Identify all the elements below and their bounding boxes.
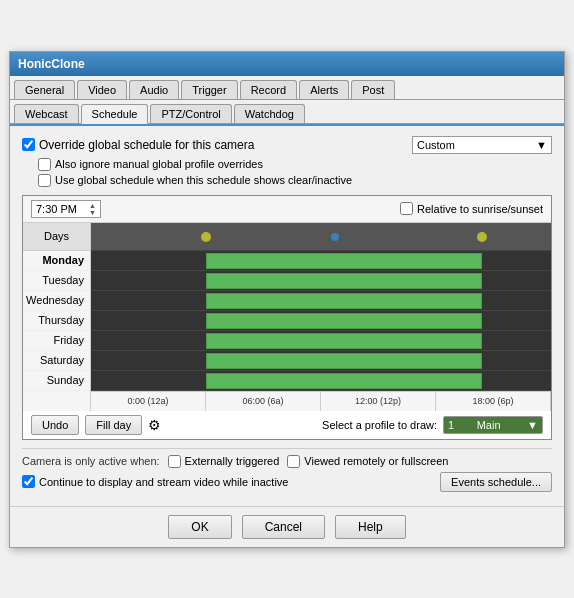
custom-dropdown[interactable]: Custom ▼ — [412, 136, 552, 154]
time-spinner[interactable]: ▲ ▼ — [89, 202, 96, 216]
custom-dropdown-arrow: ▼ — [536, 139, 547, 151]
undo-button[interactable]: Undo — [31, 415, 79, 435]
use-global-checkbox[interactable] — [38, 174, 51, 187]
day-tuesday[interactable]: Tuesday — [23, 271, 90, 291]
also-ignore-checkbox[interactable] — [38, 158, 51, 171]
chart-area[interactable]: 0:00 (12a) 06:00 (6a) 12:00 (12p) 18:00 … — [91, 223, 551, 411]
externally-triggered-checkbox[interactable] — [168, 455, 181, 468]
day-labels-column: Days Monday Tuesday Wednesday Thursday F… — [23, 223, 91, 411]
tick-12: 12:00 (12p) — [321, 392, 436, 411]
schedule-rows — [91, 251, 551, 391]
spin-down[interactable]: ▼ — [89, 209, 96, 216]
relative-sunrise-checkbox[interactable] — [400, 202, 413, 215]
cancel-button[interactable]: Cancel — [242, 515, 325, 539]
row-monday[interactable] — [91, 251, 551, 271]
tab-audio[interactable]: Audio — [129, 80, 179, 99]
row-saturday[interactable] — [91, 351, 551, 371]
tab-webcast[interactable]: Webcast — [14, 104, 79, 123]
time-input-row: 7:30 PM ▲ ▼ Relative to sunrise/sunset — [23, 196, 551, 223]
handle-blue[interactable] — [331, 233, 339, 241]
days-button[interactable]: Days — [23, 223, 90, 251]
row-wednesday[interactable] — [91, 291, 551, 311]
tab-ptz-control[interactable]: PTZ/Control — [150, 104, 231, 123]
tab-row-1: General Video Audio Trigger Record Alert… — [10, 76, 564, 100]
row-thursday[interactable] — [91, 311, 551, 331]
use-global-row: Use global schedule when this schedule s… — [38, 174, 552, 187]
row-tuesday[interactable] — [91, 271, 551, 291]
camera-active-row: Camera is only active when: Externally t… — [22, 455, 552, 468]
window-title: HonicClone — [18, 57, 85, 71]
tab-general[interactable]: General — [14, 80, 75, 99]
separator — [22, 448, 552, 449]
gear-icon[interactable]: ⚙ — [148, 417, 161, 433]
tick-0: 0:00 (12a) — [91, 392, 206, 411]
tick-6: 06:00 (6a) — [206, 392, 321, 411]
row-sunday[interactable] — [91, 371, 551, 391]
continue-checkbox[interactable] — [22, 475, 35, 488]
events-schedule-button[interactable]: Events schedule... — [440, 472, 552, 492]
override-label[interactable]: Override global schedule for this camera — [22, 138, 254, 152]
spin-up[interactable]: ▲ — [89, 202, 96, 209]
chart-header — [91, 223, 551, 251]
viewed-remotely-label[interactable]: Viewed remotely or fullscreen — [287, 455, 448, 468]
help-button[interactable]: Help — [335, 515, 406, 539]
profile-dropdown[interactable]: 1 Main ▼ — [443, 416, 543, 434]
sunrise-label: Relative to sunrise/sunset — [400, 202, 543, 215]
dialog-footer: OK Cancel Help — [10, 506, 564, 547]
tab-trigger[interactable]: Trigger — [181, 80, 237, 99]
continue-label[interactable]: Continue to display and stream video whi… — [22, 475, 288, 488]
tab-record[interactable]: Record — [240, 80, 297, 99]
content-area: Override global schedule for this camera… — [10, 126, 564, 506]
bottom-controls: Undo Fill day ⚙ Select a profile to draw… — [23, 411, 551, 439]
row-friday[interactable] — [91, 331, 551, 351]
day-monday[interactable]: Monday — [23, 251, 90, 271]
tab-video[interactable]: Video — [77, 80, 127, 99]
grid-area: Days Monday Tuesday Wednesday Thursday F… — [23, 223, 551, 411]
day-friday[interactable]: Friday — [23, 331, 90, 351]
handle-right[interactable] — [477, 232, 487, 242]
time-axis: 0:00 (12a) 06:00 (6a) 12:00 (12p) 18:00 … — [91, 391, 551, 411]
title-bar: HonicClone — [10, 52, 564, 76]
profile-number: 1 — [448, 419, 454, 431]
day-sunday[interactable]: Sunday — [23, 371, 90, 391]
also-ignore-row: Also ignore manual global profile overri… — [38, 158, 552, 171]
profile-arrow: ▼ — [527, 419, 538, 431]
ok-button[interactable]: OK — [168, 515, 231, 539]
schedule-box: 7:30 PM ▲ ▼ Relative to sunrise/sunset D… — [22, 195, 552, 440]
day-wednesday[interactable]: Wednesday — [23, 291, 90, 311]
time-input[interactable]: 7:30 PM ▲ ▼ — [31, 200, 101, 218]
externally-triggered-label[interactable]: Externally triggered — [168, 455, 280, 468]
tab-row-2: Webcast Schedule PTZ/Control Watchdog — [10, 100, 564, 124]
viewed-remotely-checkbox[interactable] — [287, 455, 300, 468]
tick-18: 18:00 (6p) — [436, 392, 551, 411]
main-window: HonicClone General Video Audio Trigger R… — [9, 51, 565, 548]
tab-watchdog[interactable]: Watchdog — [234, 104, 305, 123]
tab-schedule[interactable]: Schedule — [81, 104, 149, 124]
fill-day-button[interactable]: Fill day — [85, 415, 142, 435]
tab-alerts[interactable]: Alerts — [299, 80, 349, 99]
continue-row: Continue to display and stream video whi… — [22, 472, 552, 492]
day-thursday[interactable]: Thursday — [23, 311, 90, 331]
profile-name: Main — [477, 419, 501, 431]
day-saturday[interactable]: Saturday — [23, 351, 90, 371]
override-checkbox[interactable] — [22, 138, 35, 151]
override-row: Override global schedule for this camera… — [22, 136, 552, 154]
profile-select-row: Select a profile to draw: 1 Main ▼ — [322, 416, 543, 434]
tab-rows-container: General Video Audio Trigger Record Alert… — [10, 76, 564, 126]
handle-left[interactable] — [201, 232, 211, 242]
tab-post[interactable]: Post — [351, 80, 395, 99]
